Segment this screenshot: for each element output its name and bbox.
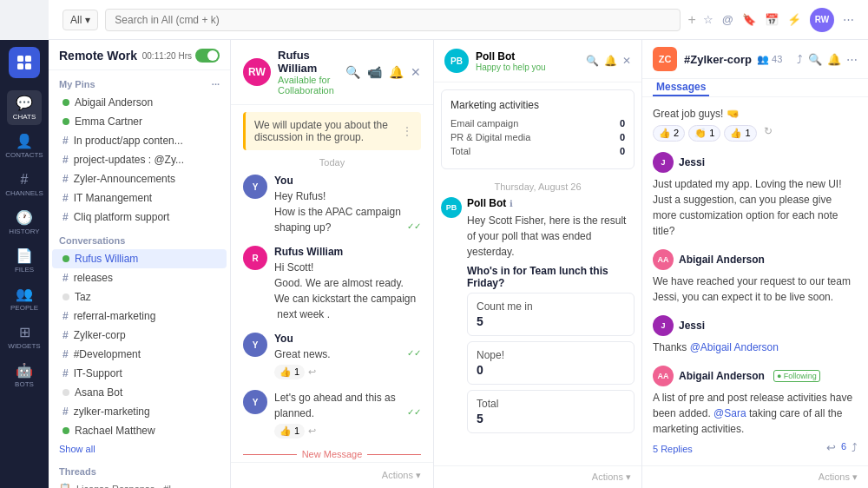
member-count: 👥 43 bbox=[757, 54, 782, 65]
msg-header: AA Abigail Anderson ● Following bbox=[653, 366, 858, 386]
left-sidebar: 💬 CHATS 👤 CONTACTS # CHANNELS 🕐 HISTORY … bbox=[0, 40, 49, 488]
pinned-message: We will update you about the discussion … bbox=[243, 112, 421, 150]
channel-hash-icon: # bbox=[62, 329, 69, 341]
channel-bell-icon[interactable]: 🔔 bbox=[827, 53, 841, 66]
search-icon[interactable]: 🔍 bbox=[345, 65, 360, 79]
add-button[interactable]: + bbox=[687, 12, 695, 28]
nav-item-development[interactable]: # #Development bbox=[52, 345, 227, 364]
chat-contact-status: Available for Collaboration bbox=[278, 75, 345, 96]
channel-messages: Great job guys! 🤜 👍 2 👏 1 👍 1 ↻ J Jessi … bbox=[642, 97, 868, 465]
poll-option-nope: Nope! 0 bbox=[467, 341, 635, 385]
sidebar-item-history[interactable]: 🕐 HISTORY bbox=[7, 205, 42, 240]
mention-icon[interactable]: @ bbox=[722, 13, 733, 26]
sidebar-item-widgets[interactable]: ⊞ WIDGETS bbox=[7, 320, 42, 354]
reload-icon[interactable]: ↻ bbox=[764, 125, 773, 142]
video-icon[interactable]: 📹 bbox=[367, 65, 382, 79]
add-reaction-icon[interactable]: ↩ bbox=[308, 425, 316, 436]
poll-header: PB Poll Bot Happy to help you 🔍 🔔 ✕ bbox=[434, 40, 641, 82]
bell-icon[interactable]: 🔔 bbox=[389, 65, 404, 79]
contact-avatar: RW bbox=[243, 58, 271, 86]
channel-hash-icon: # bbox=[62, 348, 69, 360]
reaction-btn[interactable]: 👍 2 bbox=[653, 125, 685, 142]
calendar-icon[interactable]: 📅 bbox=[765, 13, 779, 26]
nav-item-taz[interactable]: Taz bbox=[52, 287, 227, 307]
search-input[interactable] bbox=[105, 9, 681, 31]
nav-item-product[interactable]: # In product/app conten... bbox=[52, 131, 227, 150]
sidebar-item-files[interactable]: 📄 FILES bbox=[7, 243, 42, 278]
chat-actions-button[interactable]: Actions ▾ bbox=[382, 470, 421, 481]
show-all-conversations[interactable]: Show all bbox=[49, 440, 230, 458]
nav-item-rufus[interactable]: Rufus William bbox=[52, 249, 227, 268]
nav-item-zylker-marketing[interactable]: # zylker-marketing bbox=[52, 402, 227, 421]
close-icon[interactable]: ✕ bbox=[411, 65, 421, 79]
channel-actions-button[interactable]: Actions ▾ bbox=[819, 472, 858, 483]
sidebar-item-people[interactable]: 👥 PEOPLE bbox=[7, 281, 42, 316]
pins-section-title: My Pins ··· bbox=[49, 70, 230, 93]
message-group-you-3: Y Let's go ahead and this as planned. ✓✓… bbox=[243, 390, 421, 439]
msg-avatar: AA bbox=[653, 366, 674, 386]
grid-icon[interactable]: ⋯ bbox=[843, 13, 854, 26]
bookmark-icon[interactable]: 🔖 bbox=[742, 13, 756, 26]
channel-msg-jessi-2: J Jessi Thanks @Abigail Anderson bbox=[653, 315, 858, 355]
plug-icon[interactable]: ⚡ bbox=[787, 13, 801, 26]
user-avatar[interactable]: RW bbox=[810, 8, 834, 32]
pinned-menu-icon[interactable]: ⋮ bbox=[402, 125, 412, 137]
msg-avatar: J bbox=[653, 315, 674, 336]
search-scope-selector[interactable]: All ▾ bbox=[62, 10, 98, 30]
reply-icon[interactable]: ↩ bbox=[826, 441, 836, 454]
poll-close-icon[interactable]: ✕ bbox=[622, 55, 631, 67]
nav-item-referral[interactable]: # referral-marketing bbox=[52, 307, 227, 326]
poll-bot-name-inline: Poll Bot bbox=[467, 197, 506, 209]
nav-item-abigail[interactable]: Abigail Anderson bbox=[52, 93, 227, 112]
sidebar-item-channels[interactable]: # CHANNELS bbox=[7, 167, 42, 201]
nav-item-emma[interactable]: Emma Cartner bbox=[52, 112, 227, 131]
reaction-btn[interactable]: 👍 1 bbox=[724, 125, 756, 142]
nav-item-project-updates[interactable]: # project-updates : @Zy... bbox=[52, 150, 227, 169]
nav-item-it-mgmt[interactable]: # IT Manangement bbox=[52, 188, 227, 208]
pins-menu-icon[interactable]: ··· bbox=[212, 79, 220, 89]
nav-item-asana[interactable]: Asana Bot bbox=[52, 383, 227, 402]
sidebar-item-bots[interactable]: 🤖 BOTS bbox=[7, 358, 42, 392]
star-icon[interactable]: ☆ bbox=[703, 13, 713, 26]
right-panel-header: ZC #Zylker-corp 👥 43 ⤴ 🔍 🔔 ⋯ bbox=[642, 40, 868, 79]
replies-link[interactable]: 5 Replies bbox=[653, 444, 693, 454]
poll-search-icon[interactable]: 🔍 bbox=[586, 55, 599, 67]
nav-item-zylker-corp[interactable]: # Zylker-corp bbox=[52, 326, 227, 345]
right-panel: ZC #Zylker-corp 👥 43 ⤴ 🔍 🔔 ⋯ Messages Gr… bbox=[642, 40, 868, 488]
channel-avatar: ZC bbox=[653, 47, 677, 71]
nav-header: Remote Work 00:11:20 Hrs bbox=[49, 40, 230, 70]
channel-hash-icon: # bbox=[62, 211, 69, 223]
time-badge: 00:11:20 Hrs bbox=[142, 49, 220, 63]
mention-sara: @Sara bbox=[713, 407, 746, 419]
nav-item-releases[interactable]: # releases bbox=[52, 268, 227, 287]
conversations-section-title: Conversations bbox=[49, 227, 230, 249]
poll-bot-message: PB Poll Bot ℹ Hey Scott Fisher, here is … bbox=[441, 197, 635, 439]
nav-item-it-support[interactable]: # IT-Support bbox=[52, 364, 227, 383]
poll-actions-button[interactable]: Actions ▾ bbox=[592, 472, 631, 483]
nav-panel: Remote Work 00:11:20 Hrs My Pins ··· Abi… bbox=[49, 40, 231, 488]
share-icon[interactable]: ⤴ bbox=[852, 441, 858, 454]
top-bar-right: ☆ @ 🔖 📅 ⚡ RW ⋯ bbox=[703, 8, 854, 32]
reaction-thumbsup[interactable]: 👍 1 bbox=[274, 365, 305, 379]
poll-bell-icon[interactable]: 🔔 bbox=[604, 55, 617, 67]
add-reaction-icon[interactable]: ↩ bbox=[308, 366, 316, 377]
channel-share-icon[interactable]: ⤴ bbox=[797, 53, 803, 66]
channel-hash-icon: # bbox=[62, 272, 69, 284]
status-toggle[interactable] bbox=[195, 49, 220, 63]
channel-more-icon[interactable]: ⋯ bbox=[846, 53, 858, 66]
channel-search-icon[interactable]: 🔍 bbox=[808, 53, 822, 66]
nav-item-cliq-support[interactable]: # Cliq platform support bbox=[52, 208, 227, 227]
sidebar-item-contacts[interactable]: 👤 CONTACTS bbox=[7, 129, 42, 163]
thread-icon: 📋 bbox=[59, 483, 71, 488]
thread-item-license[interactable]: 📋 License Response - #l... bbox=[49, 480, 230, 488]
channels-icon: # bbox=[21, 172, 29, 188]
poll-panel: PB Poll Bot Happy to help you 🔍 🔔 ✕ Mark… bbox=[434, 40, 642, 488]
nav-item-announcements[interactable]: # Zyler-Announcements bbox=[52, 169, 227, 188]
widgets-icon: ⊞ bbox=[19, 324, 30, 340]
channel-name: #Zylker-corp bbox=[684, 53, 752, 66]
reaction-thumbsup[interactable]: 👍 1 bbox=[274, 424, 305, 439]
reaction-btn[interactable]: 👏 1 bbox=[688, 125, 720, 142]
nav-item-rachael[interactable]: Rachael Matthew bbox=[52, 421, 227, 440]
sidebar-item-chats[interactable]: 💬 CHATS bbox=[7, 90, 42, 125]
tab-messages[interactable]: Messages bbox=[653, 79, 709, 96]
